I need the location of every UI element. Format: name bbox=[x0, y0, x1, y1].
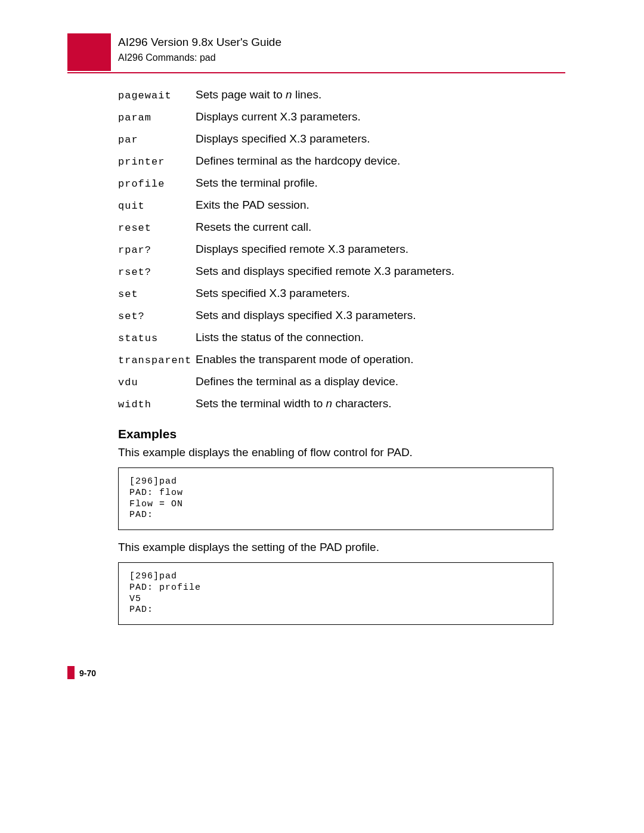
command-row: vduDefines the terminal as a display dev… bbox=[118, 375, 565, 388]
page: AI296 Version 9.8x User's Guide AI296 Co… bbox=[0, 0, 644, 833]
command-row: set?Sets and displays specified X.3 para… bbox=[118, 309, 565, 322]
command-description: Sets the terminal width to n characters. bbox=[196, 397, 391, 410]
command-desc-pre: Displays current X.3 parameters. bbox=[196, 110, 361, 123]
command-description: Defines the terminal as a display device… bbox=[196, 375, 398, 388]
command-desc-pre: Sets specified X.3 parameters. bbox=[196, 287, 350, 299]
command-row: resetResets the current call. bbox=[118, 221, 565, 234]
header-rule bbox=[67, 72, 565, 73]
examples-heading: Examples bbox=[118, 427, 565, 441]
command-description: Displays specified remote X.3 parameters… bbox=[196, 243, 408, 256]
command-desc-ital: n bbox=[326, 397, 333, 410]
command-desc-pre: Sets the terminal width to bbox=[196, 397, 326, 410]
command-desc-pre: Resets the current call. bbox=[196, 221, 311, 233]
command-description: Sets the terminal profile. bbox=[196, 176, 318, 190]
command-row: printerDefines terminal as the hardcopy … bbox=[118, 154, 565, 168]
example2-intro: This example displays the setting of the… bbox=[118, 541, 565, 554]
command-name: quit bbox=[118, 200, 196, 212]
header-block: AI296 Version 9.8x User's Guide AI296 Co… bbox=[118, 36, 281, 63]
command-row: transparentEnables the transparent mode … bbox=[118, 353, 565, 366]
command-name: printer bbox=[118, 156, 196, 168]
header-subtitle: AI296 Commands: pad bbox=[118, 52, 281, 63]
command-row: rset?Sets and displays specified remote … bbox=[118, 265, 565, 278]
command-description: Displays current X.3 parameters. bbox=[196, 110, 361, 123]
command-row: quitExits the PAD session. bbox=[118, 199, 565, 212]
command-desc-pre: Defines terminal as the hardcopy device. bbox=[196, 154, 400, 167]
command-desc-pre: Sets the terminal profile. bbox=[196, 176, 318, 189]
command-description: Lists the status of the connection. bbox=[196, 331, 364, 344]
command-desc-pre: Displays specified X.3 parameters. bbox=[196, 132, 370, 145]
command-name: set bbox=[118, 289, 196, 300]
command-description: Resets the current call. bbox=[196, 221, 311, 234]
command-row: widthSets the terminal width to n charac… bbox=[118, 397, 565, 410]
command-desc-pre: Sets and displays specified X.3 paramete… bbox=[196, 309, 416, 321]
command-name: rset? bbox=[118, 267, 196, 278]
command-description: Sets page wait to n lines. bbox=[196, 88, 321, 101]
command-desc-pre: Lists the status of the connection. bbox=[196, 331, 364, 343]
example1-intro: This example displays the enabling of fl… bbox=[118, 446, 565, 459]
command-name: pagewait bbox=[118, 90, 196, 101]
command-desc-post: lines. bbox=[292, 88, 322, 101]
command-row: setSets specified X.3 parameters. bbox=[118, 287, 565, 300]
command-name: transparent bbox=[118, 355, 196, 366]
command-name: param bbox=[118, 112, 196, 123]
command-description: Sets and displays specified X.3 paramete… bbox=[196, 309, 416, 322]
example1-code: [296]pad PAD: flow Flow = ON PAD: bbox=[129, 476, 542, 521]
command-description: Exits the PAD session. bbox=[196, 199, 309, 212]
brand-square bbox=[67, 33, 111, 71]
example1-code-box: [296]pad PAD: flow Flow = ON PAD: bbox=[118, 467, 553, 530]
command-row: parDisplays specified X.3 parameters. bbox=[118, 132, 565, 145]
example2-code-box: [296]pad PAD: profile V5 PAD: bbox=[118, 562, 553, 625]
command-name: status bbox=[118, 333, 196, 344]
command-description: Sets specified X.3 parameters. bbox=[196, 287, 350, 300]
command-desc-ital: n bbox=[286, 88, 292, 101]
page-number: 9-70 bbox=[79, 668, 96, 678]
command-name: reset bbox=[118, 222, 196, 234]
command-description: Displays specified X.3 parameters. bbox=[196, 132, 370, 145]
command-desc-pre: Defines the terminal as a display device… bbox=[196, 375, 398, 388]
command-name: width bbox=[118, 399, 196, 410]
command-name: set? bbox=[118, 311, 196, 322]
command-row: paramDisplays current X.3 parameters. bbox=[118, 110, 565, 123]
command-desc-post: characters. bbox=[332, 397, 391, 410]
command-desc-pre: Displays specified remote X.3 parameters… bbox=[196, 243, 408, 255]
footer-mark bbox=[67, 666, 75, 679]
command-desc-pre: Sets page wait to bbox=[196, 88, 286, 101]
command-row: profileSets the terminal profile. bbox=[118, 176, 565, 190]
command-description: Defines terminal as the hardcopy device. bbox=[196, 154, 400, 168]
command-table: pagewaitSets page wait to n lines.paramD… bbox=[118, 88, 565, 410]
header-title: AI296 Version 9.8x User's Guide bbox=[118, 36, 281, 49]
command-name: rpar? bbox=[118, 244, 196, 256]
example2-code: [296]pad PAD: profile V5 PAD: bbox=[129, 571, 542, 616]
command-row: statusLists the status of the connection… bbox=[118, 331, 565, 344]
command-desc-pre: Enables the transparent mode of operatio… bbox=[196, 353, 413, 366]
command-name: vdu bbox=[118, 377, 196, 388]
command-desc-pre: Exits the PAD session. bbox=[196, 199, 309, 211]
main-content: pagewaitSets page wait to n lines.paramD… bbox=[118, 88, 565, 636]
command-row: pagewaitSets page wait to n lines. bbox=[118, 88, 565, 101]
command-description: Enables the transparent mode of operatio… bbox=[196, 353, 413, 366]
command-desc-pre: Sets and displays specified remote X.3 p… bbox=[196, 265, 454, 277]
command-name: par bbox=[118, 134, 196, 145]
command-description: Sets and displays specified remote X.3 p… bbox=[196, 265, 454, 278]
command-row: rpar?Displays specified remote X.3 param… bbox=[118, 243, 565, 256]
command-name: profile bbox=[118, 178, 196, 190]
